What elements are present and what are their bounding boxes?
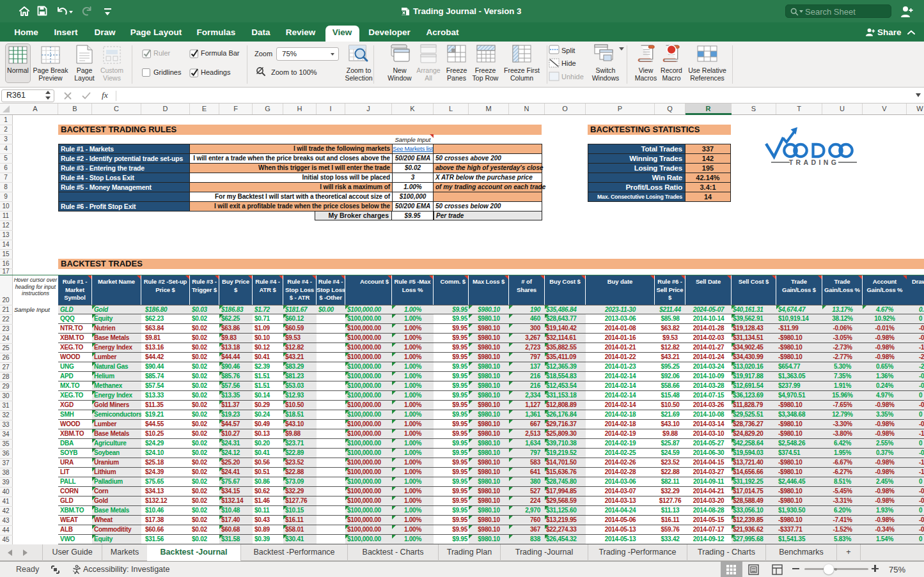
svg-text:TRADING: TRADING [789,158,840,166]
